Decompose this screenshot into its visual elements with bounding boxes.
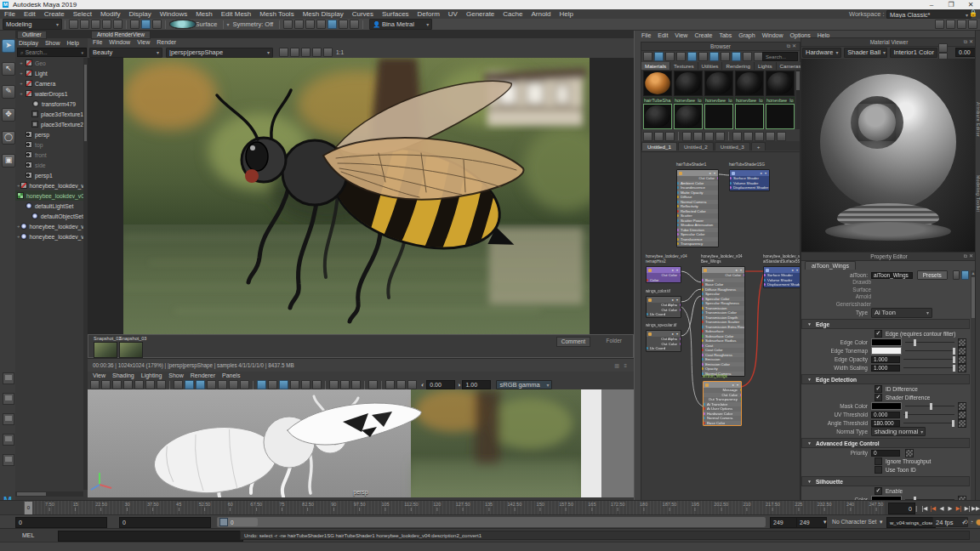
menu-create[interactable]: Create <box>691 31 715 39</box>
node-port[interactable] <box>677 224 679 226</box>
chevron-down-icon[interactable]: ▾ <box>880 519 882 525</box>
step-back-key-button[interactable]: |◀ <box>920 503 929 514</box>
node-port[interactable] <box>677 186 679 189</box>
menu-view[interactable]: View <box>134 38 153 46</box>
node-port[interactable] <box>702 302 704 304</box>
node-port[interactable] <box>702 358 704 361</box>
menu-curves[interactable]: Curves <box>348 9 378 19</box>
node-port[interactable] <box>677 233 679 236</box>
attribute-slider[interactable] <box>905 339 954 346</box>
outliner-item[interactable]: place3dTexture2 <box>15 119 83 129</box>
expand-icon[interactable]: + <box>17 81 26 86</box>
attribute-value-field[interactable]: 180.000 <box>871 420 900 427</box>
material-swatch[interactable] <box>674 71 703 96</box>
expand-icon[interactable]: + <box>17 60 26 65</box>
node-port[interactable] <box>764 283 766 286</box>
align-nodes-icon[interactable] <box>744 132 753 141</box>
browser-tab-utilities[interactable]: Utilities <box>698 62 723 70</box>
menu-cache[interactable]: Cache <box>499 9 527 19</box>
gamma-field[interactable]: 1.00 <box>462 380 491 389</box>
node-attribute-row[interactable]: Transparency <box>677 241 718 247</box>
outliner-tab[interactable]: Outliner <box>17 31 47 39</box>
material-swatch[interactable] <box>766 71 795 96</box>
new-tab-button[interactable]: + <box>751 142 766 151</box>
range-slider-handle[interactable]: 0 <box>219 518 258 526</box>
menu-edit-mesh[interactable]: Edit Mesh <box>217 9 256 19</box>
map-button-icon[interactable] <box>905 449 914 457</box>
bounding-box-icon[interactable] <box>229 380 238 389</box>
attribute-slider[interactable] <box>905 348 954 355</box>
render-settings-gear-icon[interactable] <box>323 48 333 57</box>
outliner-item[interactable]: defaultLightSet <box>15 201 83 211</box>
wireframe-icon[interactable] <box>174 380 183 389</box>
node-port[interactable] <box>702 307 704 310</box>
layout-grid-icon[interactable] <box>968 20 977 29</box>
menu-create[interactable]: Create <box>40 9 69 19</box>
node-port[interactable] <box>702 344 704 347</box>
image-plane-icon[interactable] <box>134 380 144 389</box>
checkbox[interactable]: ✓ <box>875 385 882 393</box>
node-port[interactable] <box>702 349 704 351</box>
node-port[interactable] <box>677 191 679 194</box>
open-render-view-icon[interactable] <box>283 20 293 29</box>
map-button-icon[interactable] <box>958 347 966 355</box>
node-port[interactable] <box>702 354 704 356</box>
material-swatch[interactable] <box>766 104 795 129</box>
node-port[interactable] <box>717 177 719 179</box>
outliner-item[interactable]: +honeybee_lookdev_v04:s <box>15 231 83 241</box>
menu-renderer[interactable]: Renderer <box>187 372 219 379</box>
viewer-environment-dropdown[interactable]: Interior1 Color▾ <box>890 48 937 58</box>
menu-generate[interactable]: Generate <box>462 9 499 19</box>
attribute-slider[interactable] <box>903 365 954 372</box>
node-port[interactable] <box>647 279 648 281</box>
node-port[interactable] <box>704 422 705 424</box>
viewport-gradient-icon[interactable] <box>407 380 417 389</box>
step-forward-frame-button[interactable]: ▶| <box>954 503 963 514</box>
expand-icon[interactable]: + <box>17 91 26 96</box>
panel-menu-icon[interactable] <box>957 20 966 29</box>
shader-node-hairTubeShader1SG[interactable]: ● ▾Surface ShaderVolume ShaderDisplaceme… <box>729 169 770 191</box>
lock-workspace-icon[interactable]: 🔒 <box>969 9 977 17</box>
viewer-geometry-dropdown[interactable]: Shader Ball▾ <box>844 48 887 58</box>
animation-end-field[interactable]: 249 <box>796 517 827 528</box>
node-port[interactable] <box>677 219 679 222</box>
menu-mesh-display[interactable]: Mesh Display <box>299 9 348 19</box>
aov-dropdown[interactable]: Beauty▾ <box>89 48 162 58</box>
shader-node-wings_specular[interactable]: ● ▾Out AlphaOut ColorUv Coord <box>646 330 681 352</box>
outliner-search-input[interactable]: ⌕ Search... ▾ <box>17 48 87 57</box>
isolate-select-icon[interactable] <box>329 380 339 389</box>
render-log-icons[interactable]: ▥ ≡ <box>614 362 629 368</box>
snap-viewport-icon[interactable] <box>157 380 166 389</box>
collapse-panel-icon[interactable] <box>665 52 675 61</box>
shader-node-remapHsv2[interactable]: ● ▾Out ColorColor <box>646 266 681 283</box>
menu-render[interactable]: Render <box>153 38 179 46</box>
material-swatch[interactable] <box>704 71 733 96</box>
zoom-region-icon[interactable] <box>766 132 775 141</box>
snapshot-item[interactable]: Snapshot_02 <box>94 336 119 358</box>
textured-icon[interactable] <box>196 380 205 389</box>
launch-hypershade-icon[interactable] <box>339 20 348 29</box>
material-viewer-canvas[interactable] <box>801 59 977 252</box>
node-port[interactable] <box>740 394 742 396</box>
xray-icon[interactable] <box>340 380 350 389</box>
shader-node-wings_color[interactable]: ● ▾Out AlphaOut ColorUv Coord <box>646 296 681 318</box>
material-swatch[interactable] <box>643 104 672 129</box>
menu-lighting[interactable]: Lighting <box>138 372 166 379</box>
menu-arnold[interactable]: Arnold <box>527 9 555 19</box>
render-current-frame-icon[interactable] <box>294 20 304 29</box>
outliner-item[interactable]: +honeybee_lookdev_v04:r <box>15 221 83 231</box>
node-port[interactable] <box>740 389 742 391</box>
node-port[interactable] <box>704 417 705 419</box>
large-swatches-icon[interactable] <box>698 52 708 61</box>
animation-preferences-icon[interactable]: ◔ <box>970 519 973 525</box>
zoom-ratio-label[interactable]: 1:1 <box>336 49 344 55</box>
menu-select[interactable]: Select <box>69 9 96 19</box>
node-port[interactable] <box>702 367 704 370</box>
node-port[interactable] <box>702 311 704 314</box>
camera-attributes-icon[interactable] <box>112 380 122 389</box>
node-attribute-row[interactable]: Uv Coord <box>647 312 681 317</box>
gamma-icon[interactable]: ◑ <box>457 382 460 388</box>
list-view-icon[interactable] <box>721 52 730 61</box>
icon-view-icon[interactable] <box>732 52 741 61</box>
isolate-selected-icon[interactable] <box>290 48 299 57</box>
